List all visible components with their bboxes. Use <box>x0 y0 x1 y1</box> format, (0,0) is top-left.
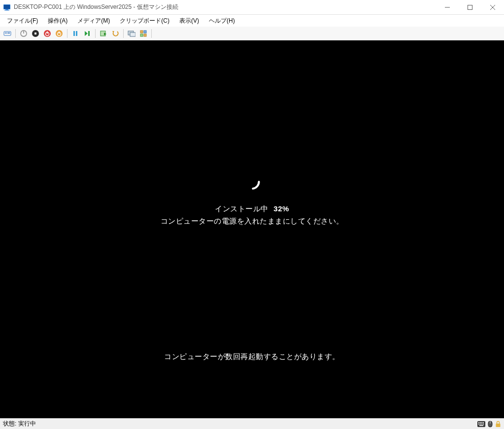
menubar: ファイル(F) 操作(A) メディア(M) クリップボード(C) 表示(V) ヘ… <box>0 15 504 27</box>
svg-rect-34 <box>478 422 479 423</box>
maximize-button[interactable] <box>459 0 481 14</box>
svg-point-32 <box>245 175 259 189</box>
menu-view[interactable]: 表示(V) <box>174 15 204 27</box>
checkpoint-button[interactable] <box>98 28 109 39</box>
toolbar-separator <box>151 29 152 38</box>
svg-rect-28 <box>140 31 143 33</box>
svg-rect-6 <box>5 33 6 33</box>
svg-rect-31 <box>144 34 146 36</box>
svg-rect-8 <box>8 33 10 33</box>
minimize-button[interactable] <box>436 0 459 14</box>
window-titlebar: DESKTOP-PC001 上の WindowsServer2025 - 仮想マ… <box>0 0 504 15</box>
svg-rect-37 <box>483 422 484 423</box>
svg-rect-12 <box>34 33 36 34</box>
close-button[interactable] <box>481 0 504 14</box>
svg-rect-41 <box>483 424 484 425</box>
svg-rect-19 <box>73 31 75 36</box>
svg-marker-21 <box>85 31 88 36</box>
start-button[interactable] <box>18 28 29 39</box>
menu-help[interactable]: ヘルプ(H) <box>204 15 240 27</box>
install-progress-percent: 32% <box>273 204 289 213</box>
menu-file[interactable]: ファイル(F) <box>2 15 43 27</box>
save-button[interactable] <box>54 28 65 39</box>
menu-action[interactable]: 操作(A) <box>43 15 72 27</box>
svg-rect-29 <box>144 31 146 33</box>
toolbar-separator <box>15 29 16 38</box>
lock-icon <box>495 421 501 428</box>
enhanced-session-button[interactable] <box>126 28 137 39</box>
window-controls <box>436 0 504 14</box>
install-progress-panel: インストール中 32% コンピューターの電源を入れたままにしてください。 <box>0 172 504 226</box>
install-restart-note: コンピューターが数回再起動することがあります。 <box>0 352 504 362</box>
toolbar-separator <box>67 29 67 38</box>
svg-rect-30 <box>140 34 143 36</box>
toolbar <box>0 27 504 40</box>
toolbar-separator <box>95 29 96 38</box>
svg-rect-39 <box>480 424 481 425</box>
mouse-icon <box>487 421 493 428</box>
revert-button[interactable] <box>110 28 121 39</box>
install-keep-power-on-text: コンピューターの電源を入れたままにしてください。 <box>0 217 504 226</box>
pause-button[interactable] <box>70 28 81 39</box>
svg-rect-40 <box>481 424 482 425</box>
svg-rect-22 <box>88 31 90 36</box>
svg-rect-7 <box>6 33 7 33</box>
menu-media[interactable]: メディア(M) <box>72 15 115 27</box>
toolbar-separator <box>123 29 124 38</box>
menu-clipboard[interactable]: クリップボード(C) <box>115 15 174 27</box>
shutdown-button[interactable] <box>42 28 53 39</box>
status-text: 状態: 実行中 <box>3 420 477 428</box>
vm-display[interactable]: インストール中 32% コンピューターの電源を入れたままにしてください。 コンピ… <box>0 40 504 418</box>
reset-button[interactable] <box>82 28 93 39</box>
svg-rect-20 <box>76 31 77 36</box>
window-title: DESKTOP-PC001 上の WindowsServer2025 - 仮想マ… <box>14 3 436 11</box>
install-progress-text: インストール中 32% <box>0 204 504 214</box>
svg-rect-27 <box>130 33 135 36</box>
statusbar: 状態: 実行中 <box>0 418 504 429</box>
ctrl-alt-del-button[interactable] <box>2 28 13 39</box>
share-button[interactable] <box>138 28 149 39</box>
svg-marker-25 <box>112 31 114 33</box>
svg-rect-45 <box>496 424 501 427</box>
status-icons <box>477 421 501 428</box>
spinner-icon <box>242 172 262 192</box>
svg-rect-42 <box>479 425 483 426</box>
svg-rect-1 <box>4 5 10 9</box>
svg-rect-4 <box>468 5 472 9</box>
svg-rect-2 <box>5 9 8 10</box>
svg-rect-36 <box>481 422 482 423</box>
svg-rect-3 <box>4 10 9 10</box>
app-icon <box>3 3 11 11</box>
turn-off-button[interactable] <box>30 28 41 39</box>
install-progress-label: インストール中 <box>215 204 269 213</box>
svg-rect-38 <box>478 424 479 425</box>
svg-rect-35 <box>480 422 481 423</box>
keyboard-icon <box>477 421 485 427</box>
